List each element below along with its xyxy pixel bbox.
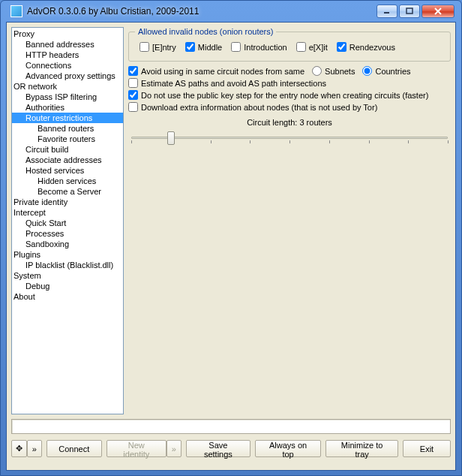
tree-item[interactable]: Private identity [12,197,123,207]
subnets-radio[interactable]: Subnets [312,66,355,76]
tree-item[interactable]: Quick Start [12,218,123,228]
slider-thumb[interactable] [167,131,175,145]
extra-info-checkbox[interactable]: Download extra information about nodes (… [128,102,377,112]
button-bar: ✥ » Connect New identity » Save settings… [11,440,451,457]
allowed-invalid-nodes-group: Allowed invalid nodes (onion routers) [E… [128,27,451,62]
maximize-button[interactable] [399,5,420,18]
tree-item[interactable]: Banned addresses [12,39,123,50]
client-area: ProxyBanned addressesHTTP headersConnect… [6,22,456,471]
tree-item[interactable]: Associate addresses [12,155,123,165]
always-on-top-button[interactable]: Always on top [255,440,321,457]
window-title: AdvOR 0.3.0.6 by Albu Cristian, 2009-201… [27,6,376,17]
group-legend: Allowed invalid nodes (onion routers) [135,27,276,36]
minimize-to-tray-button[interactable]: Minimize to tray [326,440,398,457]
introduction-checkbox[interactable]: Introduction [231,42,286,52]
tree-item[interactable]: Intercept [12,207,123,218]
circuit-length-slider[interactable] [131,130,448,146]
nav-tree[interactable]: ProxyBanned addressesHTTP headersConnect… [11,27,124,414]
move-button[interactable]: ✥ [11,440,27,457]
tree-item[interactable]: Hosted services [12,165,123,176]
exit-checkbox[interactable]: e[X]it [296,42,328,52]
settings-panel: Allowed invalid nodes (onion routers) [E… [128,27,451,414]
tree-item[interactable]: Router restrictions [12,113,123,123]
tree-item[interactable]: Bypass ISP filtering [12,92,123,102]
tree-item[interactable]: Plugins [12,249,123,260]
tree-item[interactable]: Proxy [12,29,123,39]
tree-item[interactable]: Processes [12,228,123,239]
tree-item[interactable]: Favorite routers [12,134,123,144]
tree-item[interactable]: HTTP headers [12,50,123,60]
slider-track [131,137,448,139]
save-settings-button[interactable]: Save settings [186,440,250,457]
tree-item[interactable]: Authorities [12,102,123,113]
minimize-button[interactable] [376,5,398,18]
svg-rect-1 [406,8,412,14]
tree-item[interactable]: About [12,291,123,302]
app-window: AdvOR 0.3.0.6 by Albu Cristian, 2009-201… [0,0,462,476]
close-button[interactable] [422,5,454,18]
avoid-same-checkbox[interactable]: Avoid using in same circuit nodes from s… [128,66,304,76]
titlebar[interactable]: AdvOR 0.3.0.6 by Albu Cristian, 2009-201… [6,1,456,22]
tree-item[interactable]: Connections [12,60,123,71]
entry-checkbox[interactable]: [E]ntry [140,42,176,52]
connect-button[interactable]: Connect [46,440,102,457]
tree-item[interactable]: Advanced proxy settings [12,71,123,81]
tree-item[interactable]: Hidden services [12,176,123,186]
tree-item[interactable]: OR network [12,81,123,92]
tree-item[interactable]: Circuit build [12,144,123,155]
exit-button[interactable]: Exit [403,440,451,457]
tree-item[interactable]: Banned routers [12,123,123,134]
tree-item[interactable]: Sandboxing [12,239,123,249]
new-identity-button[interactable]: New identity [106,440,166,457]
tree-item[interactable]: System [12,270,123,281]
tree-item[interactable]: Become a Server [12,186,123,197]
countries-radio[interactable]: Countries [362,66,410,76]
new-identity-more-button[interactable]: » [166,440,182,457]
tree-item[interactable]: IP blacklist (Blacklist.dll) [12,260,123,270]
no-pubkey-checkbox[interactable]: Do not use the public key step for the e… [128,90,428,100]
app-icon [10,5,22,17]
estimate-as-checkbox[interactable]: Estimate AS paths and avoid AS path inte… [128,78,326,88]
window-buttons [376,5,454,18]
move-more-button[interactable]: » [27,440,42,457]
circuit-length-label: Circuit length: 3 routers [128,118,451,127]
tree-item[interactable]: Debug [12,281,123,291]
middle-checkbox[interactable]: Middle [185,42,222,52]
status-bar [11,419,451,434]
rendezvous-checkbox[interactable]: Rendezvous [337,42,395,52]
